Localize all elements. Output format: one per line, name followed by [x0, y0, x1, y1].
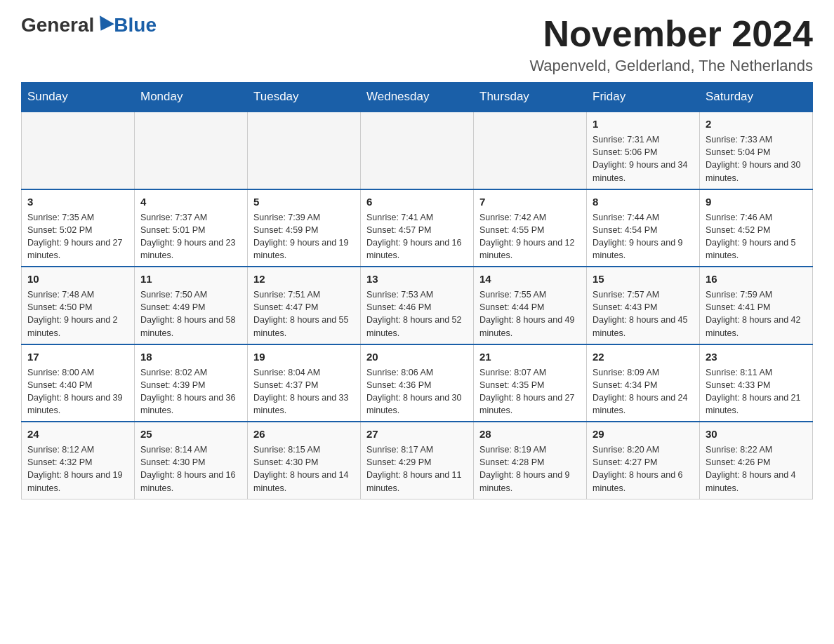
calendar-cell: 20Sunrise: 8:06 AMSunset: 4:36 PMDayligh…: [361, 344, 474, 422]
day-number: 17: [27, 349, 128, 364]
day-of-week-header: Monday: [135, 83, 248, 112]
day-number: 9: [706, 194, 807, 209]
calendar-table: SundayMondayTuesdayWednesdayThursdayFrid…: [21, 82, 813, 499]
day-number: 1: [593, 116, 694, 131]
calendar-cell: 14Sunrise: 7:55 AMSunset: 4:44 PMDayligh…: [474, 267, 587, 344]
calendar-cell: 9Sunrise: 7:46 AMSunset: 4:52 PMDaylight…: [700, 189, 813, 267]
day-info: Sunrise: 7:53 AMSunset: 4:46 PMDaylight:…: [366, 288, 468, 340]
calendar-cell: 21Sunrise: 8:07 AMSunset: 4:35 PMDayligh…: [474, 344, 587, 422]
calendar-week-row: 24Sunrise: 8:12 AMSunset: 4:32 PMDayligh…: [22, 422, 813, 499]
day-info: Sunrise: 7:41 AMSunset: 4:57 PMDaylight:…: [366, 211, 468, 262]
day-of-week-header: Wednesday: [361, 83, 474, 112]
calendar-cell: 10Sunrise: 7:48 AMSunset: 4:50 PMDayligh…: [22, 267, 135, 344]
day-info: Sunrise: 8:04 AMSunset: 4:37 PMDaylight:…: [253, 366, 355, 417]
calendar-title: November 2024: [529, 14, 813, 54]
day-of-week-header: Saturday: [700, 83, 813, 112]
day-info: Sunrise: 7:57 AMSunset: 4:43 PMDaylight:…: [593, 288, 694, 340]
day-info: Sunrise: 7:42 AMSunset: 4:55 PMDaylight:…: [479, 211, 581, 262]
calendar-cell: 19Sunrise: 8:04 AMSunset: 4:37 PMDayligh…: [248, 344, 361, 422]
day-number: 15: [593, 271, 694, 286]
day-info: Sunrise: 7:59 AMSunset: 4:41 PMDaylight:…: [706, 288, 807, 340]
logo-general-text: General: [21, 14, 94, 36]
day-number: 30: [706, 427, 807, 441]
calendar-cell: 6Sunrise: 7:41 AMSunset: 4:57 PMDaylight…: [361, 189, 474, 267]
calendar-cell: 16Sunrise: 7:59 AMSunset: 4:41 PMDayligh…: [700, 267, 813, 344]
calendar-cell: 26Sunrise: 8:15 AMSunset: 4:30 PMDayligh…: [248, 422, 361, 499]
day-info: Sunrise: 7:55 AMSunset: 4:44 PMDaylight:…: [479, 288, 581, 340]
calendar-cell: 12Sunrise: 7:51 AMSunset: 4:47 PMDayligh…: [248, 267, 361, 344]
day-info: Sunrise: 8:09 AMSunset: 4:34 PMDaylight:…: [593, 366, 694, 417]
calendar-cell: [361, 112, 474, 189]
day-number: 6: [366, 194, 468, 209]
logo-triangle-icon: [93, 15, 114, 35]
calendar-cell: [135, 112, 248, 189]
day-info: Sunrise: 8:17 AMSunset: 4:29 PMDaylight:…: [366, 443, 468, 495]
calendar-cell: 5Sunrise: 7:39 AMSunset: 4:59 PMDaylight…: [248, 189, 361, 267]
calendar-cell: 15Sunrise: 7:57 AMSunset: 4:43 PMDayligh…: [587, 267, 700, 344]
day-number: 5: [253, 194, 355, 209]
page-header: General Blue November 2024 Wapenveld, Ge…: [21, 14, 813, 75]
day-info: Sunrise: 7:31 AMSunset: 5:06 PMDaylight:…: [593, 133, 694, 185]
calendar-cell: 28Sunrise: 8:19 AMSunset: 4:28 PMDayligh…: [474, 422, 587, 499]
day-number: 22: [593, 349, 694, 364]
day-number: 23: [706, 349, 807, 364]
day-number: 25: [140, 427, 241, 441]
day-info: Sunrise: 7:33 AMSunset: 5:04 PMDaylight:…: [706, 133, 807, 185]
calendar-cell: [22, 112, 135, 189]
day-info: Sunrise: 8:19 AMSunset: 4:28 PMDaylight:…: [479, 443, 581, 495]
day-number: 13: [366, 271, 468, 286]
calendar-cell: 18Sunrise: 8:02 AMSunset: 4:39 PMDayligh…: [135, 344, 248, 422]
calendar-cell: 23Sunrise: 8:11 AMSunset: 4:33 PMDayligh…: [700, 344, 813, 422]
calendar-cell: 13Sunrise: 7:53 AMSunset: 4:46 PMDayligh…: [361, 267, 474, 344]
day-number: 11: [140, 271, 241, 286]
logo-blue-text: Blue: [114, 14, 157, 36]
day-info: Sunrise: 8:07 AMSunset: 4:35 PMDaylight:…: [479, 366, 581, 417]
calendar-header-row: SundayMondayTuesdayWednesdayThursdayFrid…: [22, 83, 813, 112]
day-info: Sunrise: 7:35 AMSunset: 5:02 PMDaylight:…: [27, 211, 128, 262]
calendar-cell: 7Sunrise: 7:42 AMSunset: 4:55 PMDaylight…: [474, 189, 587, 267]
day-info: Sunrise: 7:48 AMSunset: 4:50 PMDaylight:…: [27, 288, 128, 340]
calendar-cell: 4Sunrise: 7:37 AMSunset: 5:01 PMDaylight…: [135, 189, 248, 267]
day-number: 28: [479, 427, 581, 441]
day-info: Sunrise: 8:11 AMSunset: 4:33 PMDaylight:…: [706, 366, 807, 417]
day-number: 27: [366, 427, 468, 441]
day-info: Sunrise: 8:20 AMSunset: 4:27 PMDaylight:…: [593, 443, 694, 495]
calendar-cell: [248, 112, 361, 189]
day-number: 7: [479, 194, 581, 209]
day-number: 16: [706, 271, 807, 286]
day-number: 8: [593, 194, 694, 209]
calendar-cell: 25Sunrise: 8:14 AMSunset: 4:30 PMDayligh…: [135, 422, 248, 499]
day-number: 4: [140, 194, 241, 209]
calendar-week-row: 3Sunrise: 7:35 AMSunset: 5:02 PMDaylight…: [22, 189, 813, 267]
day-number: 21: [479, 349, 581, 364]
calendar-cell: 3Sunrise: 7:35 AMSunset: 5:02 PMDaylight…: [22, 189, 135, 267]
day-number: 19: [253, 349, 355, 364]
day-number: 24: [27, 427, 128, 441]
day-info: Sunrise: 8:02 AMSunset: 4:39 PMDaylight:…: [140, 366, 241, 417]
day-info: Sunrise: 8:14 AMSunset: 4:30 PMDaylight:…: [140, 443, 241, 495]
calendar-cell: 29Sunrise: 8:20 AMSunset: 4:27 PMDayligh…: [587, 422, 700, 499]
day-number: 26: [253, 427, 355, 441]
calendar-cell: 11Sunrise: 7:50 AMSunset: 4:49 PMDayligh…: [135, 267, 248, 344]
calendar-week-row: 17Sunrise: 8:00 AMSunset: 4:40 PMDayligh…: [22, 344, 813, 422]
day-number: 10: [27, 271, 128, 286]
day-number: 14: [479, 271, 581, 286]
day-of-week-header: Sunday: [22, 83, 135, 112]
day-of-week-header: Thursday: [474, 83, 587, 112]
day-info: Sunrise: 8:06 AMSunset: 4:36 PMDaylight:…: [366, 366, 468, 417]
day-info: Sunrise: 7:39 AMSunset: 4:59 PMDaylight:…: [253, 211, 355, 262]
logo: General Blue: [21, 14, 157, 36]
calendar-cell: 27Sunrise: 8:17 AMSunset: 4:29 PMDayligh…: [361, 422, 474, 499]
calendar-cell: 8Sunrise: 7:44 AMSunset: 4:54 PMDaylight…: [587, 189, 700, 267]
location-subtitle: Wapenveld, Gelderland, The Netherlands: [529, 57, 813, 75]
calendar-week-row: 10Sunrise: 7:48 AMSunset: 4:50 PMDayligh…: [22, 267, 813, 344]
day-info: Sunrise: 7:50 AMSunset: 4:49 PMDaylight:…: [140, 288, 241, 340]
day-number: 18: [140, 349, 241, 364]
day-number: 12: [253, 271, 355, 286]
calendar-cell: 2Sunrise: 7:33 AMSunset: 5:04 PMDaylight…: [700, 112, 813, 189]
calendar-week-row: 1Sunrise: 7:31 AMSunset: 5:06 PMDaylight…: [22, 112, 813, 189]
day-info: Sunrise: 8:00 AMSunset: 4:40 PMDaylight:…: [27, 366, 128, 417]
calendar-cell: [474, 112, 587, 189]
day-number: 29: [593, 427, 694, 441]
calendar-cell: 1Sunrise: 7:31 AMSunset: 5:06 PMDaylight…: [587, 112, 700, 189]
